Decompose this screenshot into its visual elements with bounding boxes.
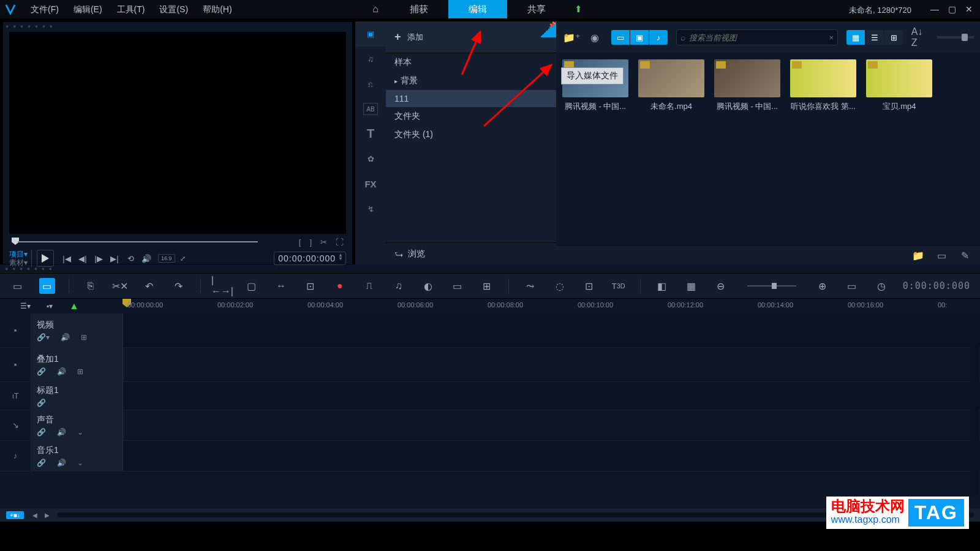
- tab-audio-icon[interactable]: ♫: [355, 47, 386, 72]
- menu-tools[interactable]: 工具(T): [110, 0, 153, 18]
- minimize-icon[interactable]: —: [926, 0, 943, 18]
- tab-share[interactable]: 共享: [507, 0, 566, 18]
- preview-viewport[interactable]: [9, 32, 346, 234]
- chapter-icon[interactable]: ▭: [450, 278, 466, 294]
- auto-music-icon[interactable]: ♫: [391, 278, 407, 294]
- link-icon[interactable]: 🔗: [37, 428, 46, 437]
- ruler-marker-icon[interactable]: ▪▾: [42, 298, 58, 314]
- scrub-track[interactable]: [18, 241, 258, 242]
- next-frame-icon[interactable]: |▶: [92, 252, 105, 265]
- zoom-slider[interactable]: [747, 285, 796, 287]
- 3d-title-icon[interactable]: T3D: [611, 278, 627, 294]
- thumb-size-slider[interactable]: [937, 36, 974, 39]
- resize-icon[interactable]: ⤢: [176, 252, 190, 265]
- track-voice[interactable]: ↘ 声音🔗🔊⌄: [0, 410, 980, 441]
- crop-icon[interactable]: ▢: [244, 278, 260, 294]
- aspect-ratio-selector[interactable]: 16:9: [158, 254, 175, 263]
- view-grid-icon[interactable]: ⊞: [884, 30, 903, 45]
- redo-icon[interactable]: ↷: [171, 278, 187, 294]
- scroll-left-icon[interactable]: ◀: [30, 511, 40, 519]
- loop-icon[interactable]: ⟲: [124, 252, 137, 265]
- timeline-view-icon[interactable]: ▭: [39, 278, 55, 294]
- play-button[interactable]: [37, 250, 54, 267]
- media-thumb[interactable]: 未命名.mp4: [638, 59, 704, 112]
- mute-icon[interactable]: 🔊: [57, 367, 66, 376]
- grid-icon[interactable]: ⊞: [479, 278, 495, 294]
- preview-mode-toggle[interactable]: 项目▾ 素材▾: [9, 250, 32, 267]
- track-music[interactable]: ♪ 音乐1🔗🔊⌄: [0, 441, 980, 471]
- tab-graphic-icon[interactable]: ✿: [355, 146, 386, 171]
- go-start-icon[interactable]: |◀: [60, 252, 74, 265]
- edit-view-icon[interactable]: ✎: [956, 247, 974, 263]
- mark-in-out-icon[interactable]: |←→|: [214, 278, 230, 294]
- link-icon[interactable]: 🔗: [37, 367, 46, 376]
- tab-path-icon[interactable]: ↯: [355, 197, 386, 222]
- media-thumb[interactable]: 听说你喜欢我 第...: [790, 59, 856, 112]
- record-icon[interactable]: ●: [332, 278, 348, 294]
- view-thumb-icon[interactable]: ▦: [846, 30, 865, 45]
- link-icon[interactable]: 🔗▾: [37, 333, 50, 342]
- mute-icon[interactable]: 🔊: [61, 333, 70, 342]
- fit-icon[interactable]: ▭: [844, 278, 860, 294]
- info-view-icon[interactable]: ▭: [932, 247, 951, 263]
- tab-transition-icon[interactable]: ⎌: [355, 72, 386, 97]
- menu-file[interactable]: 文件(F): [23, 0, 66, 18]
- menu-help[interactable]: 帮助(H): [195, 0, 239, 18]
- undo-icon[interactable]: ↶: [141, 278, 157, 294]
- browse-button[interactable]: ⮑浏览: [386, 242, 556, 264]
- ruler-opts-icon[interactable]: ☰▾: [17, 298, 33, 314]
- zoom-out-icon[interactable]: ⊖: [713, 278, 729, 294]
- mute-icon[interactable]: 🔊: [57, 459, 66, 467]
- filter-video-icon[interactable]: ▭: [611, 30, 630, 45]
- filter-image-icon[interactable]: ▣: [630, 30, 649, 45]
- volume-icon[interactable]: 🔊: [140, 252, 153, 265]
- zoom-in-icon[interactable]: ⊕: [815, 278, 831, 294]
- tab-home[interactable]: ⌂: [361, 0, 390, 18]
- search-input[interactable]: ⌕ ×: [676, 29, 838, 45]
- split-icon[interactable]: ✂: [320, 238, 327, 247]
- expand-icon[interactable]: ⌄: [77, 459, 83, 467]
- timeline-timecode[interactable]: 0:00:00:000: [903, 280, 970, 291]
- motion-track-icon[interactable]: ⊡: [581, 278, 597, 294]
- lens-icon[interactable]: ▦: [684, 278, 699, 294]
- prev-frame-icon[interactable]: ◀|: [76, 252, 89, 265]
- preview-timecode[interactable]: 00:00:00:000 ▲▼: [274, 252, 346, 265]
- view-list-icon[interactable]: ☰: [865, 30, 884, 45]
- tab-edit[interactable]: 编辑: [448, 0, 507, 18]
- fullscreen-icon[interactable]: ⛶: [336, 238, 344, 247]
- track-motion-icon[interactable]: ◌: [552, 278, 568, 294]
- pin-icon[interactable]: [540, 21, 556, 37]
- speed-icon[interactable]: ⤳: [522, 278, 538, 294]
- tab-media-icon[interactable]: ▣: [355, 21, 386, 47]
- audio-mixer-icon[interactable]: ⎍: [361, 278, 377, 294]
- storyboard-view-icon[interactable]: ▭: [10, 278, 26, 294]
- clear-search-icon[interactable]: ×: [829, 33, 834, 42]
- tools-icon[interactable]: ✂✕: [112, 278, 128, 294]
- scroll-right-icon[interactable]: ▶: [42, 511, 52, 519]
- color-grade-icon[interactable]: ◧: [654, 278, 670, 294]
- maximize-icon[interactable]: ▢: [943, 0, 960, 18]
- tab-title-icon[interactable]: AB: [363, 103, 378, 115]
- lock-icon[interactable]: ⊞: [81, 333, 87, 342]
- import-media-icon[interactable]: 📁⁺: [562, 29, 581, 45]
- tab-text-icon[interactable]: T: [355, 121, 386, 146]
- pan-zoom-icon[interactable]: ↔: [273, 278, 289, 294]
- duration-icon[interactable]: ◷: [873, 278, 889, 294]
- track-title[interactable]: ıT 标题1🔗: [0, 382, 980, 410]
- folder-view-icon[interactable]: 📁: [909, 247, 927, 263]
- tab-capture[interactable]: 捕获: [390, 0, 448, 18]
- mark-in-icon[interactable]: [: [299, 238, 301, 247]
- mask-icon[interactable]: ◐: [420, 278, 436, 294]
- tab-fx-icon[interactable]: FX: [355, 171, 386, 197]
- track-overlay[interactable]: ▪ 叠加1🔗🔊⊞: [0, 348, 980, 382]
- link-icon[interactable]: 🔗: [37, 459, 46, 467]
- mark-out-icon[interactable]: ]: [309, 238, 312, 247]
- link-icon[interactable]: 🔗: [37, 399, 46, 407]
- lock-icon[interactable]: ⊞: [77, 367, 83, 376]
- track-video[interactable]: ▪ 视频🔗▾🔊⊞: [0, 313, 980, 348]
- expand-icon[interactable]: ⌄: [77, 428, 83, 437]
- filter-audio-icon[interactable]: ♪: [649, 30, 668, 45]
- go-end-icon[interactable]: ▶|: [108, 252, 121, 265]
- capture-icon[interactable]: ◉: [586, 29, 604, 45]
- timeline-vscroll[interactable]: [970, 342, 979, 495]
